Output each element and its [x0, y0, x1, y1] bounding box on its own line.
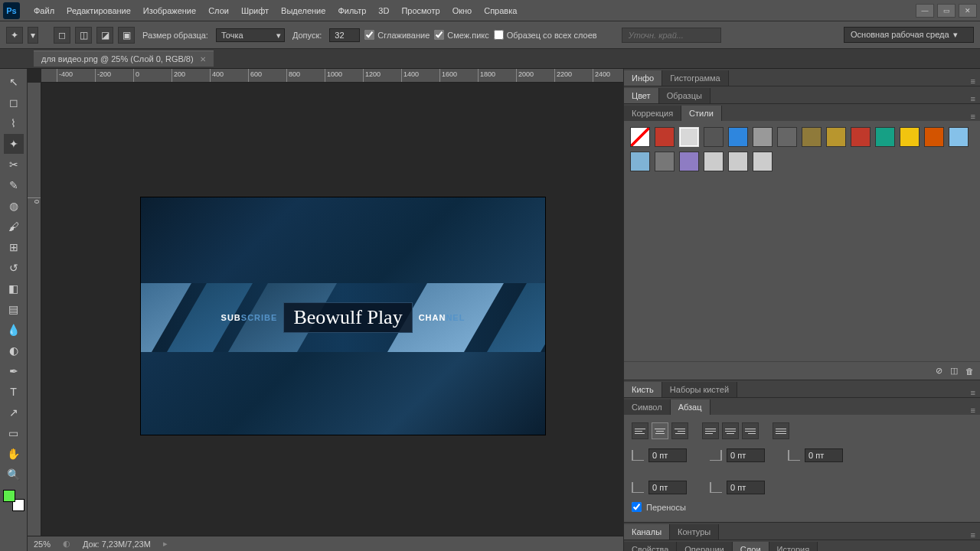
pen-tool[interactable]: ✒: [4, 361, 24, 381]
contiguous-checkbox[interactable]: Смеж.пикс: [434, 30, 488, 40]
indent-left-input[interactable]: [648, 448, 687, 462]
tab-layers[interactable]: Слои: [733, 542, 769, 551]
type-tool[interactable]: T: [4, 382, 24, 402]
foreground-color[interactable]: [3, 490, 15, 502]
align-left-button[interactable]: [632, 422, 648, 439]
zoom-tool[interactable]: 🔍: [4, 465, 24, 484]
menu-Шрифт[interactable]: Шрифт: [235, 3, 275, 18]
align-center-button[interactable]: [652, 422, 668, 439]
history-brush-tool[interactable]: ↺: [4, 258, 24, 278]
space-after-input[interactable]: [727, 481, 765, 494]
crop-tool[interactable]: ✂: [4, 155, 24, 174]
menu-Редактирование[interactable]: Редактирование: [60, 3, 137, 18]
magic-wand-tool[interactable]: ✦: [4, 134, 24, 154]
justify-right-button[interactable]: [742, 422, 759, 439]
tab-paths[interactable]: Контуры: [670, 524, 719, 540]
close-tab-icon[interactable]: ✕: [200, 55, 206, 64]
blur-tool[interactable]: 💧: [4, 320, 24, 340]
path-tool[interactable]: ↗: [4, 403, 24, 422]
selection-new-icon[interactable]: ◻: [54, 27, 70, 44]
maximize-button[interactable]: ▭: [937, 4, 956, 18]
tab-brush-presets[interactable]: Наборы кистей: [662, 382, 737, 397]
new-style-icon[interactable]: ◫: [950, 366, 958, 376]
all-layers-checkbox[interactable]: Образец со всех слоев: [494, 30, 597, 40]
style-swatch[interactable]: [655, 152, 675, 171]
dodge-tool[interactable]: ◐: [4, 341, 24, 360]
style-swatch[interactable]: [704, 127, 724, 147]
style-swatch[interactable]: [728, 127, 748, 147]
panel-menu-icon[interactable]: ≡: [966, 406, 980, 415]
menu-Слои[interactable]: Слои: [202, 3, 235, 18]
document-tab[interactable]: для видео.png @ 25% (Слой 0, RGB/8) ✕: [34, 51, 214, 67]
delete-style-icon[interactable]: 🗑: [965, 367, 974, 376]
style-swatch[interactable]: [679, 152, 699, 171]
tab-channels[interactable]: Каналы: [624, 524, 670, 540]
menu-Изображение[interactable]: Изображение: [137, 3, 202, 18]
style-swatch[interactable]: [851, 127, 871, 147]
tab-styles[interactable]: Стили: [681, 106, 722, 121]
panel-menu-icon[interactable]: ≡: [966, 388, 980, 397]
panel-menu-icon[interactable]: ≡: [966, 112, 980, 121]
menu-Фильтр[interactable]: Фильтр: [332, 3, 372, 18]
selection-intersect-icon[interactable]: ▣: [118, 27, 135, 44]
eyedropper-tool[interactable]: ✎: [4, 175, 24, 195]
panel-menu-icon[interactable]: ≡: [966, 530, 980, 540]
style-swatch[interactable]: [655, 127, 675, 147]
tab-color[interactable]: Цвет: [624, 88, 659, 103]
justify-center-button[interactable]: [722, 422, 739, 439]
hyphenate-checkbox[interactable]: Переносы: [632, 502, 972, 512]
tab-paragraph[interactable]: Абзац: [671, 399, 710, 415]
style-swatch[interactable]: [630, 152, 650, 171]
tab-histogram[interactable]: Гистограмма: [662, 70, 729, 86]
menu-Выделение[interactable]: Выделение: [275, 3, 332, 18]
dropdown-arrow-icon[interactable]: ▾: [28, 27, 38, 44]
tab-properties[interactable]: Свойства: [624, 542, 677, 551]
selection-add-icon[interactable]: ◫: [75, 27, 92, 44]
style-swatch[interactable]: [630, 127, 650, 147]
menu-Файл[interactable]: Файл: [28, 3, 60, 18]
eraser-tool[interactable]: ◧: [4, 279, 24, 298]
style-swatch[interactable]: [679, 127, 699, 147]
canvas[interactable]: SUBSCRIBE Beowulf Play CHANNEL: [41, 83, 623, 536]
stamp-tool[interactable]: ⊞: [4, 237, 24, 257]
tab-history[interactable]: История: [769, 542, 818, 551]
sample-size-select[interactable]: Точка▾: [216, 28, 285, 42]
minimize-button[interactable]: —: [916, 4, 934, 18]
panel-menu-icon[interactable]: ≡: [966, 77, 980, 86]
clear-style-icon[interactable]: ⊘: [936, 366, 942, 376]
ruler-vertical[interactable]: 0: [28, 83, 41, 536]
menu-3D[interactable]: 3D: [372, 3, 395, 18]
style-swatch[interactable]: [826, 127, 846, 147]
style-swatch[interactable]: [728, 152, 748, 171]
marquee-tool[interactable]: ◻: [4, 93, 24, 112]
panel-menu-icon[interactable]: ≡: [966, 94, 980, 103]
zoom-level[interactable]: 25%: [34, 540, 51, 549]
menu-Справка[interactable]: Справка: [478, 3, 523, 18]
align-right-button[interactable]: [671, 422, 688, 439]
tab-info[interactable]: Инфо: [624, 70, 662, 86]
color-swatches[interactable]: [3, 490, 24, 511]
tab-brush[interactable]: Кисть: [624, 382, 662, 397]
style-swatch[interactable]: [875, 127, 895, 147]
style-swatch[interactable]: [753, 152, 773, 171]
space-before-input[interactable]: [648, 481, 687, 494]
tolerance-input[interactable]: [329, 28, 360, 42]
close-button[interactable]: ✕: [959, 4, 977, 18]
lasso-tool[interactable]: ⌇: [4, 113, 24, 133]
tab-actions[interactable]: Операции: [677, 542, 732, 551]
gradient-tool[interactable]: ▤: [4, 299, 24, 319]
style-swatch[interactable]: [777, 127, 797, 147]
style-swatch[interactable]: [802, 127, 822, 147]
menu-Просмотр[interactable]: Просмотр: [395, 3, 446, 18]
refine-edge-button[interactable]: [622, 28, 721, 43]
healing-tool[interactable]: ◍: [4, 196, 24, 216]
justify-all-button[interactable]: [773, 422, 789, 439]
indent-right-input[interactable]: [727, 448, 765, 462]
ruler-horizontal[interactable]: -400-20002004006008001000120014001600180…: [41, 69, 623, 83]
style-swatch[interactable]: [900, 127, 920, 147]
tab-swatches[interactable]: Образцы: [659, 88, 710, 103]
style-swatch[interactable]: [924, 127, 944, 147]
style-swatch[interactable]: [704, 152, 724, 171]
menu-Окно[interactable]: Окно: [446, 3, 479, 18]
panel-menu-icon[interactable]: ≡: [966, 548, 980, 551]
